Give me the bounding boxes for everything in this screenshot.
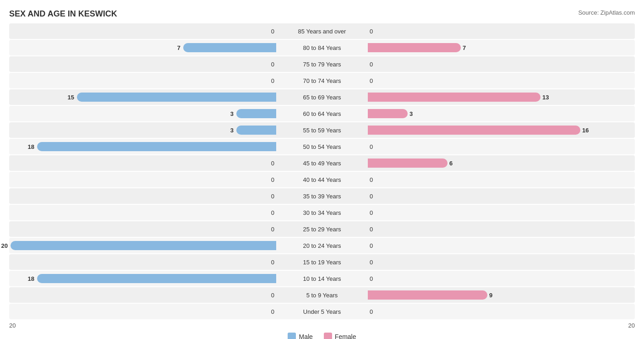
female-zero: 0 — [370, 28, 373, 35]
axis-right: 20 — [366, 322, 635, 329]
bar-row: 085 Years and over0 — [9, 23, 635, 39]
right-side: 0 — [368, 139, 635, 154]
left-side: 0 — [9, 188, 276, 204]
male-zero: 0 — [271, 209, 274, 216]
age-label: 5 to 9 Years — [276, 292, 368, 299]
male-value: 18 — [28, 275, 36, 282]
bar-row: 035 to 39 Years0 — [9, 188, 635, 204]
bar-row: 045 to 49 Years6 — [9, 155, 635, 171]
male-label: Male — [299, 333, 312, 339]
left-side: 0 — [9, 56, 276, 72]
left-side: 0 — [9, 172, 276, 187]
right-side: 6 — [368, 155, 635, 171]
chart-area: 085 Years and over0780 to 84 Years7075 t… — [9, 23, 635, 319]
male-bar — [236, 109, 276, 118]
female-zero: 0 — [370, 209, 373, 216]
female-color-box — [324, 333, 332, 339]
bar-row: 2020 to 24 Years0 — [9, 238, 635, 253]
age-label: 60 to 64 Years — [276, 110, 368, 117]
left-side: 0 — [9, 304, 276, 319]
male-zero: 0 — [271, 160, 274, 167]
age-label: 65 to 69 Years — [276, 94, 368, 101]
left-side: 15 — [9, 89, 276, 105]
female-bar — [368, 159, 448, 168]
left-side: 0 — [9, 287, 276, 303]
female-zero: 0 — [370, 226, 373, 233]
right-side: 7 — [368, 40, 635, 55]
right-side: 0 — [368, 172, 635, 187]
age-label: 85 Years and over — [276, 28, 368, 35]
female-zero: 0 — [370, 61, 373, 68]
bar-row: 075 to 79 Years0 — [9, 56, 635, 72]
left-side: 18 — [9, 271, 276, 286]
male-zero: 0 — [271, 176, 274, 183]
female-bar — [368, 109, 408, 118]
right-side: 0 — [368, 271, 635, 286]
male-color-box — [288, 333, 296, 339]
left-side: 0 — [9, 155, 276, 171]
male-value: 18 — [28, 143, 36, 150]
bar-row: 355 to 59 Years16 — [9, 122, 635, 138]
female-value: 9 — [489, 292, 492, 299]
left-side: 7 — [9, 40, 276, 55]
age-label: 80 to 84 Years — [276, 44, 368, 51]
age-label: 45 to 49 Years — [276, 160, 368, 167]
legend-female: Female — [324, 333, 356, 339]
right-side: 0 — [368, 254, 635, 270]
bar-row: 030 to 34 Years0 — [9, 205, 635, 220]
female-value: 13 — [542, 94, 549, 101]
left-side: 0 — [9, 205, 276, 220]
axis-labels: 20 20 — [9, 322, 635, 329]
left-side: 3 — [9, 106, 276, 121]
bar-row: 1565 to 69 Years13 — [9, 89, 635, 105]
female-bar — [368, 126, 580, 135]
male-zero: 0 — [271, 226, 274, 233]
age-label: Under 5 Years — [276, 308, 368, 315]
right-side: 16 — [368, 122, 635, 138]
female-zero: 0 — [370, 176, 373, 183]
right-side: 0 — [368, 205, 635, 220]
left-side: 0 — [9, 254, 276, 270]
male-zero: 0 — [271, 193, 274, 200]
right-side: 0 — [368, 23, 635, 39]
bar-row: 780 to 84 Years7 — [9, 40, 635, 55]
male-bar — [183, 43, 276, 52]
age-label: 75 to 79 Years — [276, 61, 368, 68]
legend-male: Male — [288, 333, 312, 339]
female-zero: 0 — [370, 259, 373, 266]
right-side: 0 — [368, 221, 635, 237]
male-zero: 0 — [271, 77, 274, 84]
male-value: 3 — [230, 127, 235, 134]
female-bar — [368, 43, 461, 52]
female-value: 6 — [449, 160, 453, 167]
right-side: 0 — [368, 73, 635, 88]
female-value: 16 — [582, 127, 589, 134]
age-label: 15 to 19 Years — [276, 259, 368, 266]
female-zero: 0 — [370, 308, 373, 315]
male-zero: 0 — [271, 61, 274, 68]
right-side: 0 — [368, 56, 635, 72]
female-bar — [368, 93, 540, 102]
bar-row: 025 to 29 Years0 — [9, 221, 635, 237]
right-side: 13 — [368, 89, 635, 105]
female-zero: 0 — [370, 242, 373, 249]
left-side: 0 — [9, 23, 276, 39]
age-label: 35 to 39 Years — [276, 193, 368, 200]
age-label: 55 to 59 Years — [276, 127, 368, 134]
left-side: 20 — [9, 238, 276, 253]
bar-row: 070 to 74 Years0 — [9, 73, 635, 88]
chart-source: Source: ZipAtlas.com — [578, 9, 635, 16]
age-label: 50 to 54 Years — [276, 143, 368, 150]
male-zero: 0 — [271, 308, 274, 315]
bar-row: 015 to 19 Years0 — [9, 254, 635, 270]
male-bar — [11, 241, 276, 250]
bar-row: 05 to 9 Years9 — [9, 287, 635, 303]
bar-row: 1850 to 54 Years0 — [9, 139, 635, 154]
axis-left: 20 — [9, 322, 278, 329]
male-bar — [37, 274, 276, 283]
male-zero: 0 — [271, 28, 274, 35]
female-zero: 0 — [370, 193, 373, 200]
female-value: 3 — [409, 110, 413, 117]
male-zero: 0 — [271, 292, 274, 299]
right-side: 0 — [368, 304, 635, 319]
